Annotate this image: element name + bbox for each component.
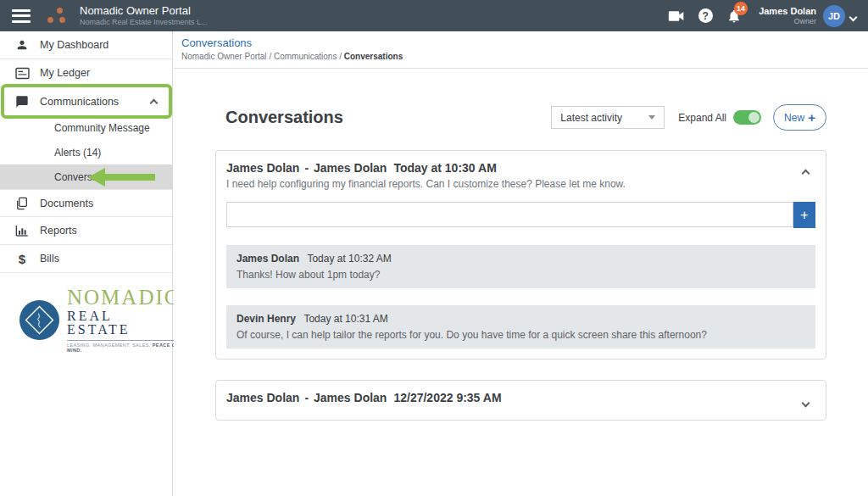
toggle-knob bbox=[748, 112, 760, 123]
dollar-icon: $ bbox=[14, 252, 31, 266]
breadcrumb-separator: / bbox=[339, 52, 342, 61]
sidebar-item-label: Community Message bbox=[54, 122, 150, 134]
logo-line1: NOMADIC bbox=[67, 287, 180, 308]
message-time: Today at 10:31 AM bbox=[303, 313, 387, 325]
breadcrumb-separator: / bbox=[269, 52, 271, 61]
user-role: Owner bbox=[759, 17, 816, 26]
sidebar-item-alerts[interactable]: Alerts (14) bbox=[0, 140, 172, 164]
chevron-up-icon bbox=[151, 94, 157, 109]
message-bubble: Devin Henry Today at 10:31 AM Of course,… bbox=[226, 305, 815, 348]
message-time: Today at 10:32 AM bbox=[307, 253, 391, 265]
send-reply-button[interactable]: + bbox=[793, 202, 815, 228]
sidebar-item-reports[interactable]: Reports bbox=[0, 217, 172, 245]
conversation-card: James Dolan-James Dolan12/27/2022 9:35 A… bbox=[215, 380, 826, 421]
sidebar-item-label: Communications bbox=[40, 96, 119, 108]
message-bubble: James Dolan Today at 10:32 AM Thanks! Ho… bbox=[226, 245, 815, 288]
chevron-down-icon bbox=[849, 13, 858, 21]
message-author: James Dolan bbox=[236, 253, 299, 265]
documents-icon bbox=[14, 197, 31, 210]
expand-conversation-button[interactable] bbox=[803, 394, 809, 410]
sidebar-item-community-message[interactable]: Community Message bbox=[0, 115, 172, 140]
conversation-timestamp: Today at 10:30 AM bbox=[393, 161, 496, 175]
conversation-title: James Dolan-James DolanToday at 10:30 AM bbox=[226, 161, 626, 175]
sidebar-item-bills[interactable]: $ Bills bbox=[0, 245, 172, 273]
logo-line2: REAL ESTATE bbox=[67, 309, 180, 341]
breadcrumb-segment[interactable]: Nomadic Owner Portal bbox=[181, 52, 267, 61]
logo-seal-icon bbox=[19, 299, 60, 341]
expand-all-toggle[interactable] bbox=[733, 110, 761, 125]
sidebar-item-label: Conversations bbox=[54, 171, 120, 183]
plus-icon: + bbox=[808, 110, 815, 125]
sort-dropdown-value: Latest activity bbox=[560, 112, 622, 124]
conversation-card: James Dolan-James DolanToday at 10:30 AM… bbox=[215, 150, 826, 359]
portal-subtitle: Nomadic Real Estate Investments L... bbox=[80, 18, 208, 26]
sidebar-item-label: Alerts (14) bbox=[54, 147, 101, 159]
sidebar-item-my-ledger[interactable]: My Ledger bbox=[0, 59, 172, 87]
sidebar-item-label: My Ledger bbox=[40, 67, 90, 79]
sort-dropdown[interactable]: Latest activity bbox=[551, 106, 665, 129]
user-menu-button[interactable] bbox=[850, 8, 856, 24]
breadcrumb: Conversations Nomadic Owner Portal / Com… bbox=[174, 31, 868, 69]
message-text: Thanks! How about 1pm today? bbox=[236, 269, 805, 281]
collapse-conversation-button[interactable] bbox=[803, 164, 809, 180]
portal-title: Nomadic Owner Portal bbox=[80, 5, 208, 18]
message-author: Devin Henry bbox=[236, 313, 296, 325]
sidebar-item-conversations[interactable]: Conversations bbox=[0, 164, 172, 189]
sidebar-item-communications[interactable]: Communications bbox=[0, 87, 172, 115]
app-dots-logo-icon bbox=[46, 7, 68, 25]
notifications-button[interactable]: 14 bbox=[720, 0, 748, 31]
breadcrumb-current: Conversations bbox=[344, 52, 403, 61]
sidebar-nav: My Dashboard My Ledger Communications Co… bbox=[0, 31, 173, 496]
sidebar-item-label: Bills bbox=[40, 253, 59, 265]
sidebar-item-documents[interactable]: Documents bbox=[0, 189, 172, 217]
chevron-down-icon bbox=[802, 399, 810, 408]
sidebar-item-label: Reports bbox=[40, 225, 77, 237]
conversation-title: James Dolan-James Dolan12/27/2022 9:35 A… bbox=[226, 391, 502, 404]
chevron-up-icon bbox=[802, 170, 810, 178]
help-icon: ? bbox=[698, 8, 713, 23]
sidebar-item-my-dashboard[interactable]: My Dashboard bbox=[0, 31, 172, 59]
notification-count-badge: 14 bbox=[734, 2, 748, 15]
avatar[interactable]: JD bbox=[823, 5, 845, 27]
page-title: Conversations bbox=[215, 108, 343, 127]
plus-icon: + bbox=[800, 207, 809, 224]
person-icon bbox=[14, 38, 31, 52]
hamburger-menu-icon[interactable] bbox=[12, 9, 31, 23]
chat-icon bbox=[14, 95, 31, 109]
conversation-preview: I need help configuring my financial rep… bbox=[226, 178, 626, 190]
sidebar-item-label: Documents bbox=[40, 198, 93, 209]
expand-all-label: Expand All bbox=[678, 112, 726, 124]
ledger-icon bbox=[14, 67, 31, 80]
user-name: James Dolan bbox=[759, 6, 816, 17]
caret-down-icon bbox=[648, 115, 655, 120]
company-logo: NOMADIC REAL ESTATE LEASING. MANAGEMENT.… bbox=[0, 283, 172, 353]
video-icon bbox=[668, 10, 685, 22]
new-conversation-button[interactable]: New + bbox=[773, 104, 826, 131]
video-call-button[interactable] bbox=[662, 0, 691, 31]
sidebar-item-label: My Dashboard bbox=[40, 39, 108, 51]
main-content: Conversations Nomadic Owner Portal / Com… bbox=[174, 31, 868, 496]
help-button[interactable]: ? bbox=[691, 0, 720, 31]
top-header: Nomadic Owner Portal Nomadic Real Estate… bbox=[0, 0, 868, 31]
breadcrumb-segment[interactable]: Communications bbox=[274, 52, 337, 61]
message-text: Of course, I can help tailor the reports… bbox=[236, 329, 805, 341]
conversation-timestamp: 12/27/2022 9:35 AM bbox=[393, 391, 501, 404]
breadcrumb-page-link[interactable]: Conversations bbox=[181, 36, 868, 49]
reply-input[interactable] bbox=[226, 202, 793, 227]
bar-chart-icon bbox=[14, 225, 31, 237]
logo-tagline: LEASING. MANAGEMENT. SALES. PEACE OF MIN… bbox=[67, 343, 180, 353]
